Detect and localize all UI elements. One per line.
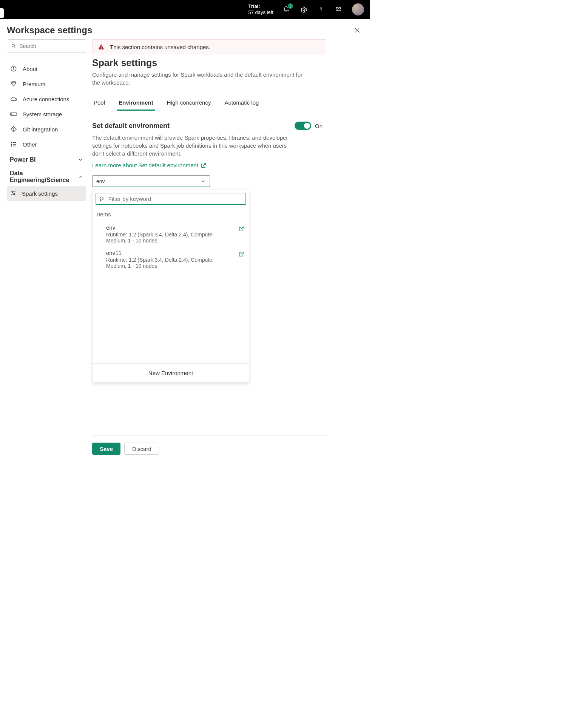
top-bar: Trial: 57 days left 5	[0, 0, 370, 19]
footer-actions: Save Discard	[92, 435, 326, 455]
sidebar-section-powerbi[interactable]: Power BI	[7, 152, 86, 165]
sidebar-item-about[interactable]: About	[7, 61, 86, 76]
env-item-name: env	[106, 224, 235, 231]
svg-point-4	[12, 44, 14, 47]
sidebar: About Premium Azure connections System s…	[7, 39, 86, 455]
sidebar-section-des[interactable]: Data Engineering/Science	[7, 165, 86, 186]
alert-text: This section contains unsaved changes.	[110, 44, 210, 50]
svg-point-17	[100, 197, 103, 200]
svg-point-16	[101, 48, 102, 49]
sidebar-item-storage[interactable]: System storage	[7, 107, 86, 122]
search-icon	[99, 196, 105, 202]
trial-days: 57 days left	[248, 9, 274, 15]
env-item-name: env11	[106, 250, 235, 256]
left-edge-card	[0, 8, 4, 18]
notification-badge: 5	[288, 3, 293, 9]
top-icon-row: 5	[282, 3, 364, 15]
learn-link-text: Learn more about Set default environment	[92, 162, 198, 168]
discard-button[interactable]: Discard	[124, 443, 159, 455]
env-heading: Set default environment	[92, 122, 170, 130]
sidebar-item-label: Other	[23, 141, 37, 148]
spark-section-title: Spark settings	[92, 57, 363, 68]
save-button[interactable]: Save	[92, 443, 120, 455]
diamond-icon	[10, 80, 17, 88]
svg-point-6	[13, 67, 14, 68]
env-toggle-label: On	[315, 123, 323, 129]
sidebar-item-other[interactable]: Other	[7, 137, 86, 152]
env-toggle[interactable]	[295, 122, 311, 130]
env-list-item[interactable]: env Runtime: 1.2 (Spark 3.4, Delta 2.4),…	[93, 221, 249, 247]
env-learn-more-link[interactable]: Learn more about Set default environment	[92, 162, 207, 168]
settings-icon[interactable]	[300, 6, 307, 13]
env-description: The default environment will provide Spa…	[92, 134, 300, 157]
sidebar-item-label: System storage	[23, 111, 62, 117]
sidebar-main-list: About Premium Azure connections System s…	[7, 61, 86, 152]
env-items-label: Items	[93, 208, 249, 220]
user-avatar[interactable]	[352, 3, 364, 15]
section-label: Data Engineering/Science	[10, 170, 78, 184]
page-header: Workspace settings	[0, 19, 370, 39]
feedback-icon[interactable]	[335, 6, 342, 13]
sidebar-item-azure[interactable]: Azure connections	[7, 91, 86, 107]
svg-point-11	[11, 142, 12, 143]
svg-point-14	[12, 191, 13, 193]
chevron-down-icon	[201, 179, 206, 184]
env-dropdown-value: env	[96, 178, 105, 184]
chevron-down-icon	[78, 157, 83, 162]
env-filter-box[interactable]	[96, 193, 246, 205]
svg-point-10	[13, 130, 14, 131]
environment-block: Set default environment On The default e…	[92, 122, 363, 383]
env-toggle-row: On	[295, 122, 323, 130]
env-dropdown[interactable]: env	[92, 175, 210, 187]
svg-point-15	[14, 194, 15, 195]
env-dropdown-panel: Items env Runtime: 1.2 (Spark 3.4, Delta…	[92, 190, 249, 383]
list-icon	[10, 140, 17, 148]
sidebar-item-label: About	[23, 66, 37, 72]
tab-environment[interactable]: Environment	[117, 96, 155, 111]
spark-section-desc: Configure and manage settings for Spark …	[92, 71, 311, 86]
sidebar-item-label: Azure connections	[23, 96, 69, 102]
tab-high-concurrency[interactable]: High concurrency	[165, 96, 213, 111]
svg-point-2	[336, 7, 338, 9]
tab-automatic-log[interactable]: Automatic log	[223, 96, 260, 111]
chevron-up-icon	[78, 174, 83, 179]
sidebar-item-git[interactable]: Git integration	[7, 122, 86, 137]
external-link-icon	[201, 162, 207, 168]
sidebar-item-label: Spark settings	[22, 190, 58, 197]
warning-icon	[98, 43, 105, 50]
help-icon[interactable]	[317, 6, 325, 13]
spark-tabs: Pool Environment High concurrency Automa…	[92, 96, 363, 111]
env-filter-input[interactable]	[108, 196, 242, 202]
unsaved-alert: This section contains unsaved changes.	[92, 39, 326, 54]
trial-info: Trial: 57 days left	[248, 3, 274, 15]
close-button[interactable]	[353, 26, 361, 34]
svg-point-0	[303, 9, 305, 11]
new-environment-button[interactable]: New Environment	[93, 363, 249, 382]
notifications-icon[interactable]: 5	[282, 6, 290, 13]
storage-icon	[10, 110, 17, 118]
sidebar-item-premium[interactable]: Premium	[7, 76, 86, 91]
page-title: Workspace settings	[7, 25, 92, 36]
trial-label: Trial:	[248, 3, 274, 9]
svg-point-1	[321, 11, 321, 11]
svg-point-3	[339, 7, 341, 9]
open-external-icon[interactable]	[238, 251, 244, 257]
sidebar-item-label: Git integration	[23, 126, 58, 133]
sidebar-item-spark-settings[interactable]: Spark settings	[7, 186, 86, 201]
sidebar-item-label: Premium	[23, 81, 45, 87]
git-icon	[10, 125, 17, 133]
search-box[interactable]	[7, 39, 86, 53]
search-input[interactable]	[19, 43, 82, 49]
env-header: Set default environment On	[92, 122, 323, 130]
env-list: env Runtime: 1.2 (Spark 3.4, Delta 2.4),…	[93, 220, 249, 363]
tab-pool[interactable]: Pool	[92, 96, 106, 111]
svg-point-8	[11, 114, 12, 114]
cloud-icon	[10, 95, 17, 103]
section-label: Power BI	[10, 156, 35, 163]
svg-point-13	[11, 146, 12, 147]
env-list-item[interactable]: env11 Runtime: 1.2 (Spark 3.4, Delta 2.4…	[93, 247, 249, 272]
sliders-icon	[10, 190, 17, 198]
main-panel: This section contains unsaved changes. S…	[92, 39, 363, 455]
open-external-icon[interactable]	[238, 226, 244, 232]
env-item-meta: Runtime: 1.2 (Spark 3.4, Delta 2.4), Com…	[106, 232, 235, 244]
